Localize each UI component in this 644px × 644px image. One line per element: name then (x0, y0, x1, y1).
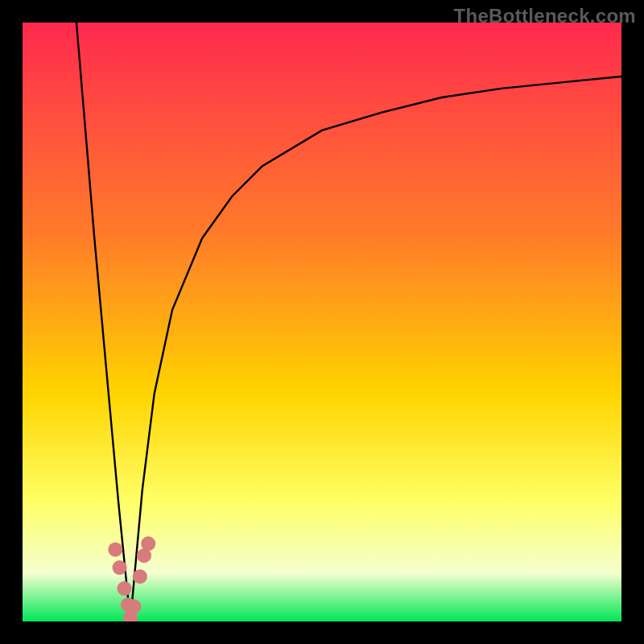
highlight-marker (117, 581, 131, 596)
gradient-background (23, 23, 621, 621)
highlight-marker (141, 536, 155, 551)
highlight-marker (126, 599, 141, 613)
highlight-marker (113, 560, 127, 575)
chart-frame: TheBottleneck.com (0, 0, 644, 644)
chart-svg (23, 23, 621, 621)
watermark-text: TheBottleneck.com (454, 5, 636, 27)
plot-area (23, 23, 621, 621)
highlight-marker (133, 569, 147, 584)
highlight-marker (108, 543, 122, 557)
